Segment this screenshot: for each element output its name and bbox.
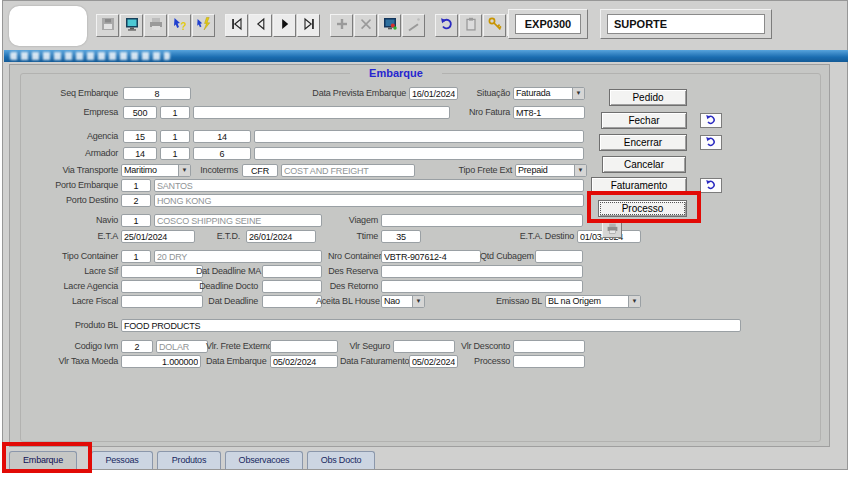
dat-deadline-label: Dat Deadline [196,295,258,308]
dat-deadline-ma-input[interactable] [262,265,322,278]
lacre-sif-label: Lacre Sif [18,265,118,278]
screen-button[interactable] [120,14,143,37]
tab-observacoes[interactable]: Observacoes [225,451,303,469]
emissao-bl-select[interactable]: BL na Origem▼ [545,295,641,308]
porto-embarque-code-input[interactable] [121,179,151,192]
insert-record-button[interactable] [378,14,401,37]
processo-input[interactable] [513,355,585,368]
deadline-docto-label: Deadline Docto [196,280,258,293]
lacre-fiscal-input[interactable] [121,295,203,308]
vlr-frete-externo-input[interactable] [270,340,338,353]
codigo-ivm-code-input[interactable] [121,340,153,353]
tab-produtos[interactable]: Produtos [157,451,221,469]
des-reserva-input[interactable] [381,265,583,278]
data-embarque-input[interactable] [270,355,338,368]
incoterms-label: Incoterms [194,164,238,177]
seq-embarque-label: Seq Embarque [18,87,118,100]
encerrar-undo-button[interactable] [700,135,722,150]
produto-bl-input[interactable] [121,319,741,332]
cancelar-button[interactable]: Cancelar [602,156,686,173]
etd-input[interactable] [246,230,316,243]
armador-input-3[interactable] [193,147,251,160]
first-record-icon [229,16,245,35]
print-button[interactable] [144,14,167,37]
undo-icon [705,135,718,150]
deadline-docto-input[interactable] [262,280,322,293]
porto-destino-code-input[interactable] [121,194,151,207]
enter-query-button[interactable]: ? [168,14,191,37]
agencia-input-3[interactable] [193,130,251,143]
previous-record-button[interactable] [249,14,272,37]
screen-icon [124,16,140,35]
seq-embarque-input[interactable] [123,87,191,100]
aceita-bl-house-select[interactable]: Nao▼ [381,295,425,308]
agencia-desc-input[interactable] [254,130,584,143]
nro-fatura-input[interactable] [513,106,585,119]
nro-container-input[interactable] [381,250,481,263]
clear-record-button[interactable] [402,14,425,37]
qtd-cubagem-input[interactable] [535,250,583,263]
ttime-input[interactable] [381,230,421,243]
vlr-taxa-moeda-label: Vlr Taxa Moeda [18,355,118,368]
empresa-label: Empresa [18,106,118,119]
tipo-container-code-input[interactable] [121,250,151,263]
tab-pessoas[interactable]: Pessoas [91,451,153,469]
x-icon [358,16,374,35]
execute-query-button[interactable] [192,14,215,37]
armador-input-2[interactable] [160,147,190,160]
save-button[interactable] [96,14,119,37]
situacao-label: Situação [448,87,510,100]
next-record-button[interactable] [273,14,296,37]
first-record-button[interactable] [225,14,248,37]
eta-label: E.T.A [18,230,118,243]
vlr-taxa-moeda-input[interactable] [121,355,201,368]
viagem-input[interactable] [381,214,583,227]
eta-input[interactable] [121,230,195,243]
porto-embarque-label: Porto Embarque [18,179,118,192]
empresa-desc-input[interactable] [193,106,450,119]
chevron-down-icon: ▼ [572,88,584,99]
add-record-button[interactable] [330,14,353,37]
empresa-input-1[interactable] [123,106,157,119]
data-prevista-label: Data Prevista Embarque [296,87,406,100]
vlr-desconto-input[interactable] [513,340,585,353]
clipboard-button[interactable] [459,14,482,37]
chevron-down-icon: ▼ [574,165,586,176]
encerrar-button[interactable]: Encerrar [599,134,687,151]
des-reserva-label: Des Reserva [328,265,378,278]
ttime-label: Ttime [328,230,378,243]
delete-record-button[interactable] [354,14,377,37]
next-record-icon [277,16,293,35]
empresa-input-2[interactable] [160,106,190,119]
dat-deadline-input[interactable] [262,295,322,308]
fechar-undo-button[interactable] [700,113,722,128]
lacre-agencia-input[interactable] [121,280,203,293]
faturamento-undo-button[interactable] [700,178,722,193]
agencia-input-1[interactable] [123,130,157,143]
last-record-button[interactable] [297,14,320,37]
via-transporte-select[interactable]: Maritimo▼ [121,164,191,177]
user-field[interactable]: SUPORTE [607,14,765,34]
tab-obs-docto[interactable]: Obs Docto [307,451,375,469]
porto-destino-desc-field [154,194,584,207]
vlr-seguro-input[interactable] [393,340,455,353]
tipo-frete-ext-select[interactable]: Prepaid▼ [515,164,587,177]
lacre-sif-input[interactable] [121,265,203,278]
pedido-button[interactable]: Pedido [609,89,687,106]
data-faturamento-input[interactable] [409,355,458,368]
program-code-field[interactable]: EXP0300 [515,14,581,34]
des-retorno-input[interactable] [381,280,583,293]
keys-button[interactable] [483,14,506,37]
agencia-input-2[interactable] [160,130,190,143]
incoterms-code-input[interactable] [242,164,278,177]
situacao-select[interactable]: Faturada▼ [513,87,585,100]
via-transporte-label: Via Transporte [18,164,118,177]
armador-input-1[interactable] [123,147,157,160]
navio-code-input[interactable] [121,214,151,227]
undo-button[interactable] [435,14,458,37]
print-shortcut-button[interactable] [602,221,622,238]
fechar-button[interactable]: Fechar [601,112,687,129]
window-titlebar [4,50,848,62]
armador-desc-input[interactable] [254,147,584,160]
logo-placeholder [9,6,87,46]
